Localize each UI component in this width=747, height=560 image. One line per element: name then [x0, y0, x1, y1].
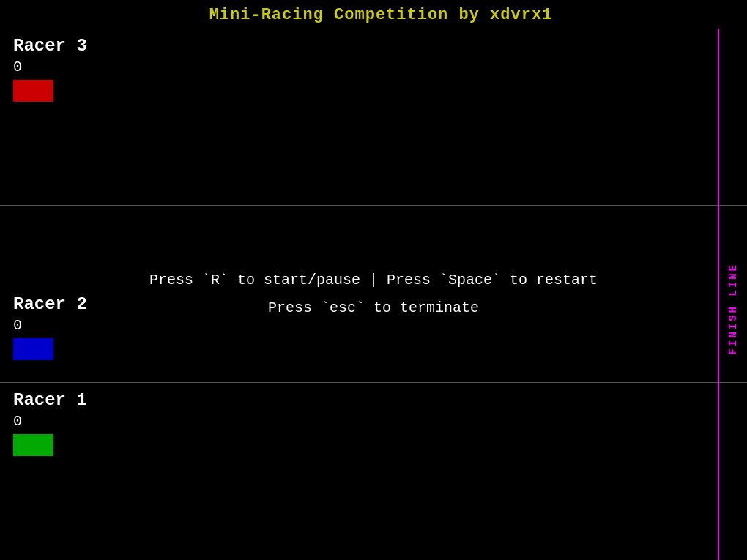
racer3-car: [13, 80, 53, 102]
instructions-overlay: Press `R` to start/pause | Press `Space`…: [0, 206, 747, 382]
instruction-line2: Press `esc` to terminate: [268, 294, 479, 322]
lane-racer2: Press `R` to start/pause | Press `Space`…: [0, 206, 747, 383]
racer2-car: [13, 338, 53, 360]
racer2-name: Racer 2: [13, 294, 87, 314]
racer1-car: [13, 434, 53, 456]
racer3-score: 0: [13, 59, 734, 75]
lane-racer3: Racer 3 0: [0, 29, 747, 206]
racer1-score: 0: [13, 413, 734, 430]
racer2-score: 0: [13, 317, 87, 334]
app-title: Mini-Racing Competition by xdvrx1: [209, 6, 553, 24]
racer1-name: Racer 1: [13, 390, 734, 410]
instruction-line1: Press `R` to start/pause | Press `Space`…: [149, 266, 598, 294]
finish-line: FINISH LINE: [718, 29, 747, 560]
finish-line-label: FINISH LINE: [727, 263, 739, 354]
racer3-name: Racer 3: [13, 36, 734, 56]
lane-racer1: Racer 1 0: [0, 383, 747, 559]
